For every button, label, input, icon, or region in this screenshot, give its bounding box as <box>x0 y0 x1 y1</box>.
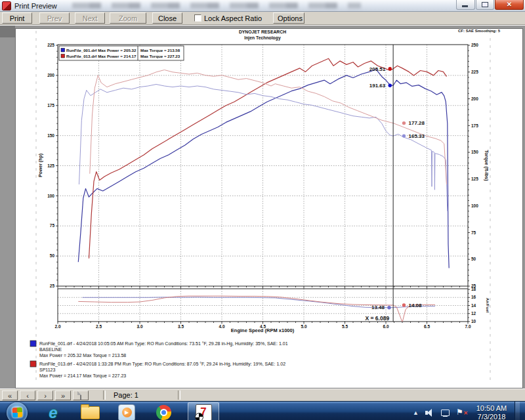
tick-label: 225 <box>47 43 54 47</box>
tick-label: 5.0 <box>301 324 306 329</box>
taskbar-item-internet-explorer[interactable]: e <box>42 403 64 420</box>
tick-label: 175 <box>47 103 54 108</box>
tick-label: 3.0 <box>136 324 142 329</box>
x-axis-title: Engine Speed (RPM x1000) <box>231 327 295 333</box>
tick-label: 6.5 <box>424 324 430 329</box>
next-button[interactable]: Next <box>75 12 105 24</box>
marker-dot <box>402 134 406 137</box>
marker-label: 13.48 <box>371 304 385 310</box>
tick-label: 125 <box>47 163 54 168</box>
next-page-button[interactable]: › <box>37 390 53 400</box>
dynojet-icon: 7 <box>196 404 212 420</box>
lock-aspect-label: Lock Aspect Ratio <box>204 14 262 22</box>
tick-label: 100 <box>471 203 478 208</box>
tick-label: 16 <box>471 295 476 299</box>
tick-label: 75 <box>471 230 476 235</box>
taskbar-item-dynojet-active[interactable]: 7 <box>188 402 219 420</box>
cursor-markers: 205.51191.63177.28165.3313.4814.08 <box>369 66 425 311</box>
chrome-icon <box>156 405 171 420</box>
marker-label: 165.33 <box>409 133 425 139</box>
statusbar-separator-2 <box>178 390 180 400</box>
internet-explorer-icon: e <box>49 405 57 420</box>
curve-runfile-001-torque <box>79 85 448 211</box>
start-button[interactable] <box>7 402 28 420</box>
clock-date: 7/3/2018 <box>478 413 506 420</box>
taskbar-item-media-player[interactable]: ▶ <box>116 403 138 420</box>
main-gridlines <box>58 45 468 286</box>
run013-swatch <box>30 361 36 367</box>
taskbar: e ▶ 7 ▲ ⚑✕ 10:50 AM 7/3/2018 <box>0 401 525 420</box>
run013-line2: SP1123 <box>39 368 55 372</box>
marker-dot <box>387 306 390 309</box>
restore-button[interactable] <box>476 0 494 10</box>
marker-label: 14.08 <box>409 303 423 308</box>
first-page-button[interactable]: « <box>2 390 18 400</box>
zoom-out-button[interactable]: Zoom Out <box>110 12 146 24</box>
marker-label: 205.51 <box>369 66 386 72</box>
run001-line1: RunFile_001.drf - 4/24/2018 10:05:05 AM … <box>39 341 288 346</box>
tick-label: 225 <box>471 70 478 74</box>
smoothing-label: CF: SAE Smoothing: 5 <box>458 29 501 33</box>
print-preview-window: Print Preview Print Prev Next Zoom Out C… <box>0 0 525 420</box>
marker-label: 191.63 <box>369 83 386 89</box>
options-button[interactable]: Options <box>273 12 304 24</box>
caption-buttons <box>455 0 524 10</box>
page-list-button[interactable] <box>73 390 89 400</box>
legend-run013-power: RunFile_013.drf Max Power = 214.17 <box>66 54 136 58</box>
marker-dot <box>402 303 406 306</box>
run001-line3: Max Power = 205.32 Max Torque = 213.58 <box>39 353 126 358</box>
show-desktop-button[interactable] <box>514 402 520 420</box>
dyno-chart: DYNOJET RESEARCH Injen Technology CF: SA… <box>0 26 525 388</box>
clock-time: 10:50 AM <box>476 404 507 412</box>
run001-swatch <box>30 341 36 346</box>
tick-label: 4.0 <box>219 324 224 329</box>
lock-aspect-checkbox[interactable] <box>194 14 201 22</box>
marker-dot <box>388 67 392 70</box>
action-center-flag-icon[interactable]: ⚑✕ <box>456 408 466 417</box>
tick-label: 6.0 <box>383 324 388 329</box>
statusbar-separator <box>103 390 106 400</box>
print-button[interactable]: Print <box>2 12 32 24</box>
last-page-button[interactable]: » <box>55 390 71 400</box>
power-axis-title: Power (hp) <box>38 154 43 177</box>
tick-label: 3.5 <box>178 324 184 329</box>
tick-label: 5.5 <box>342 324 348 329</box>
tick-label: 50 <box>50 253 55 258</box>
legend-run001-torque: Max Torque = 213.58 <box>140 48 180 52</box>
redacted-title-text <box>72 3 361 9</box>
tick-label: 100 <box>47 194 54 198</box>
taskbar-item-explorer[interactable] <box>79 403 101 420</box>
close-window-button[interactable] <box>495 0 524 10</box>
tick-label: 2.5 <box>96 324 102 329</box>
folder-icon <box>81 406 100 419</box>
tick-label: 75 <box>50 223 55 228</box>
run-info: RunFile_001.drf - 4/24/2018 10:05:05 AM … <box>30 341 288 379</box>
marker-dot <box>402 121 406 125</box>
taskbar-item-chrome[interactable] <box>152 403 175 420</box>
legend-box: RunFile_001.drf Max Power = 205.32 RunFi… <box>59 46 184 60</box>
system-tray: ▲ ⚑✕ 10:50 AM 7/3/2018 <box>413 402 520 420</box>
tick-label: 25 <box>50 284 55 288</box>
marker-label: 177.28 <box>409 120 425 126</box>
prev-button[interactable]: Prev <box>39 12 70 24</box>
taskbar-clock[interactable]: 10:50 AM 7/3/2018 <box>472 404 511 420</box>
minimize-button[interactable] <box>456 0 475 10</box>
tick-label: 14 <box>471 303 476 308</box>
legend-swatch-run001 <box>61 49 65 52</box>
run013-line1: RunFile_013.drf - 4/24/2018 1:33:28 PM R… <box>39 362 285 367</box>
tray-expand-icon[interactable]: ▲ <box>413 410 419 416</box>
legend-swatch-run013 <box>61 54 65 58</box>
chart-title: DYNOJET RESEARCH <box>239 30 286 34</box>
tick-label: 2.0 <box>54 324 60 329</box>
prev-page-button[interactable]: ‹ <box>20 390 35 400</box>
document-icon <box>80 391 81 400</box>
close-preview-button[interactable]: Close <box>152 12 182 24</box>
tick-label: 10 <box>471 319 476 324</box>
network-icon[interactable] <box>440 408 451 417</box>
tick-label: 7.0 <box>465 324 471 329</box>
tick-label: 250 <box>471 43 478 47</box>
media-player-icon: ▶ <box>118 404 135 420</box>
tick-label: 200 <box>47 73 54 77</box>
volume-icon[interactable] <box>425 408 435 417</box>
cursor-x-label: X = 6.089 <box>365 315 389 322</box>
